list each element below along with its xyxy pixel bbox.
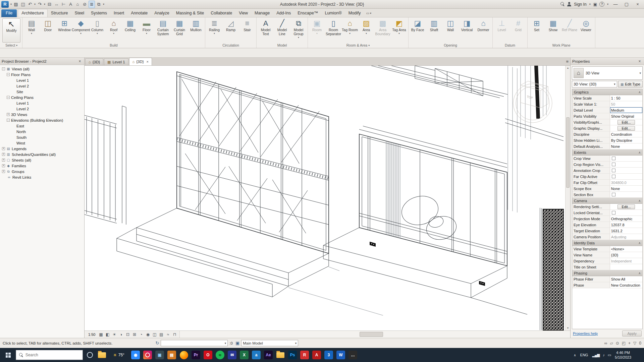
- restore-button[interactable]: ▢: [622, 2, 631, 7]
- a-app[interactable]: A: [311, 349, 323, 361]
- tab-manage[interactable]: Manage: [251, 9, 273, 17]
- switch-windows-icon[interactable]: ⧉: [96, 1, 102, 8]
- drawing-canvas[interactable]: TOP ▲ ▼: [85, 66, 570, 330]
- property-value[interactable]: Coordination: [610, 131, 642, 137]
- apply-button[interactable]: Apply: [622, 330, 642, 337]
- tab-structure[interactable]: Structure: [48, 9, 71, 17]
- thin-lines-icon[interactable]: ≣: [89, 1, 95, 8]
- tree-item-elevations-building-elevation[interactable]: −Elevations (Building Elevation): [0, 117, 84, 123]
- vertical-scrollbar[interactable]: ▲ ▼: [565, 66, 570, 330]
- tree-expander-icon[interactable]: −: [7, 96, 10, 99]
- tree-item-level-1[interactable]: Level 1: [0, 77, 84, 83]
- tree-expander-icon[interactable]: −: [7, 73, 10, 76]
- shadows-icon[interactable]: ◑: [118, 332, 124, 337]
- reveal-hidden-icon[interactable]: ◉: [145, 332, 151, 337]
- tag-area-button[interactable]: ◩Tag Area▾: [391, 18, 407, 43]
- default-3d-view-icon[interactable]: ⌂: [74, 1, 81, 8]
- redo-icon[interactable]: ↷: [37, 1, 43, 8]
- checkbox[interactable]: [612, 175, 615, 178]
- room-separator-button[interactable]: ▯Room Separator: [325, 18, 341, 43]
- camera-app[interactable]: ◉: [129, 349, 142, 361]
- mullion-button[interactable]: ▥Mullion: [188, 18, 204, 43]
- vertical-button[interactable]: ◨Vertical: [459, 18, 475, 43]
- after-effects[interactable]: Ae: [262, 349, 274, 361]
- floor-button[interactable]: ▬Floor▾: [139, 18, 155, 43]
- set-button[interactable]: ⊞Set: [529, 18, 545, 43]
- view-tab-3d[interactable]: ⌂{3D}: [85, 58, 103, 65]
- taskbar-search[interactable]: [16, 350, 83, 360]
- temporary-view-icon[interactable]: ▤: [158, 332, 164, 337]
- ramp-button[interactable]: ◿Ramp: [223, 18, 239, 43]
- property-value[interactable]: Show Original: [610, 113, 642, 119]
- language-indicator[interactable]: ENG: [580, 353, 588, 357]
- section-camera[interactable]: Camera∧: [572, 198, 642, 204]
- wall-button[interactable]: ▤Wall▾: [23, 18, 40, 43]
- account-icon[interactable]: [567, 2, 572, 6]
- r-app[interactable]: R: [299, 349, 311, 361]
- print-icon[interactable]: ⊟: [46, 1, 53, 8]
- save-icon[interactable]: ◫: [20, 1, 26, 8]
- tree-item-legends[interactable]: +▤Legends: [0, 146, 84, 152]
- checkbox[interactable]: [612, 163, 615, 166]
- chevron-down-icon[interactable]: ▾: [614, 82, 615, 86]
- undo-icon[interactable]: ↶: [27, 1, 33, 8]
- checkbox[interactable]: [612, 211, 615, 215]
- section-icon[interactable]: ⊘: [82, 1, 88, 8]
- worksharing-display-icon[interactable]: ◫: [152, 332, 157, 337]
- dormer-button[interactable]: ⌂Dormer: [475, 18, 491, 43]
- tree-item-east[interactable]: East: [0, 123, 84, 129]
- tree-item-revit-links[interactable]: ∞Revit Links: [0, 174, 84, 180]
- word[interactable]: W: [335, 349, 347, 361]
- property-value[interactable]: By Discipline: [610, 137, 642, 143]
- clock[interactable]: 4:46 PM 5/10/2023: [615, 350, 631, 360]
- tab-lumion[interactable]: Lumion®: [321, 9, 345, 17]
- tree-item-schedules-quantities-all[interactable]: +▥Schedules/Quantities (all): [0, 152, 84, 157]
- property-value[interactable]: 1 : 50: [610, 95, 642, 101]
- panel-label-opening[interactable]: Opening: [409, 43, 492, 48]
- element-selector[interactable]: 3D View: {3D} ▾: [572, 81, 617, 87]
- railing-button[interactable]: ≣Railing▾: [206, 18, 222, 43]
- close-icon[interactable]: ×: [637, 59, 642, 64]
- collapse-icon[interactable]: ∧: [638, 272, 641, 275]
- excel[interactable]: X: [238, 349, 250, 361]
- tab-analyze[interactable]: Analyze: [151, 9, 172, 17]
- measure-icon[interactable]: ↔: [53, 1, 60, 8]
- edit-button[interactable]: Edit...: [618, 126, 635, 131]
- design-options-icon[interactable]: ▣: [235, 341, 239, 346]
- constraints-icon[interactable]: ⊓: [172, 332, 177, 337]
- property-value[interactable]: New Construction: [610, 282, 642, 288]
- sign-in-button[interactable]: Sign In: [574, 2, 586, 7]
- undo-caret[interactable]: ▾: [34, 3, 36, 6]
- tree-item-sheets-all[interactable]: +▢Sheets (all): [0, 157, 84, 163]
- property-value[interactable]: [610, 168, 642, 173]
- view-tab-3d[interactable]: ⌂{3D}×: [129, 58, 152, 65]
- visual-style-icon[interactable]: ◧: [105, 332, 110, 337]
- curtain-grid-button[interactable]: ▦Curtain Grid: [171, 18, 187, 43]
- vertical-scroll-thumb[interactable]: [566, 117, 570, 188]
- area-button[interactable]: ▨Area▾: [358, 18, 374, 43]
- search-icon[interactable]: [560, 2, 565, 6]
- property-value[interactable]: <None>: [610, 246, 642, 252]
- firefox[interactable]: [178, 349, 190, 361]
- chat-app[interactable]: …: [347, 349, 359, 361]
- component-button[interactable]: ◆Component▾: [73, 18, 89, 43]
- downloads-folder[interactable]: [274, 349, 286, 361]
- property-value[interactable]: Edit...: [610, 204, 642, 209]
- property-value[interactable]: [610, 156, 642, 161]
- tab-insert[interactable]: Insert: [110, 9, 127, 17]
- project-browser-header[interactable]: Project Browser - Project2 ×: [0, 58, 84, 65]
- select-by-face-icon[interactable]: ◰: [622, 341, 626, 346]
- workset-combo[interactable]: ▾: [161, 340, 228, 346]
- tree-item-level-2[interactable]: Level 2: [0, 83, 84, 89]
- checkbox[interactable]: [612, 169, 615, 172]
- 3-app[interactable]: 3: [323, 349, 335, 361]
- spotify[interactable]: ≈: [214, 349, 226, 361]
- panel-label-circulation[interactable]: Circulation: [205, 43, 256, 48]
- analysis-icon[interactable]: ≈: [165, 332, 171, 337]
- temporary-hide-icon[interactable]: ◔: [138, 332, 144, 337]
- tab-modify[interactable]: Modify: [345, 9, 364, 17]
- modify-button[interactable]: ↖Modify: [2, 18, 20, 43]
- view-scale-button[interactable]: 1:50: [87, 333, 97, 337]
- start-button[interactable]: [1, 348, 15, 362]
- close-button[interactable]: ×: [633, 2, 642, 7]
